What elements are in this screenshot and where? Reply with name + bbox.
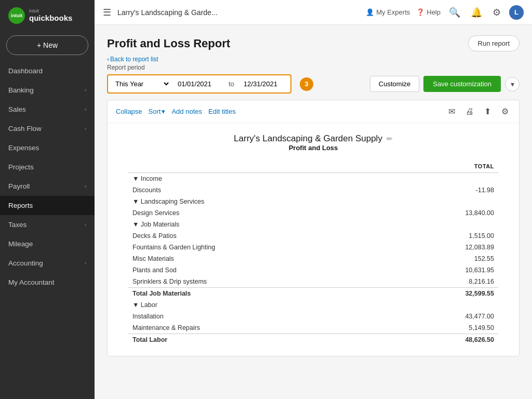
chevron-right-icon: › (85, 126, 86, 131)
sidebar-item-label: Banking (8, 86, 34, 94)
sidebar-item-label: Expenses (8, 144, 39, 152)
row-value (391, 299, 498, 311)
new-button[interactable]: + New (6, 35, 88, 55)
sidebar-item-dashboard[interactable]: Dashboard (0, 61, 95, 81)
sidebar-item-mileage[interactable]: Mileage (0, 234, 95, 254)
row-value: 13,840.00 (391, 207, 498, 219)
period-select[interactable]: This Year (108, 75, 170, 92)
expand-button[interactable]: ▾ (505, 77, 520, 91)
company-name: Larry's Landscaping & Garde... (117, 8, 360, 17)
start-date-input[interactable] (172, 76, 224, 92)
quickbooks-text: quickbooks (29, 14, 72, 22)
intuit-text: intuit (29, 9, 72, 14)
sidebar-item-projects[interactable]: Projects (0, 157, 95, 177)
report-period-label: Report period (107, 64, 520, 71)
print-icon[interactable]: 🖨 (463, 106, 476, 117)
row-value (391, 196, 498, 207)
sidebar-item-cashflow[interactable]: Cash Flow › (0, 119, 95, 138)
chevron-down-icon: ▾ (511, 80, 514, 88)
sidebar-item-banking[interactable]: Banking › (0, 81, 95, 100)
row-value: -11.98 (391, 184, 498, 196)
back-to-report-list-link[interactable]: ‹ Back to report list (107, 56, 520, 63)
settings-icon[interactable]: ⚙ (490, 5, 503, 20)
end-date-input[interactable] (238, 76, 290, 92)
customize-button[interactable]: Customize (370, 76, 419, 92)
report-area: Collapse Sort ▾ Add notes Edit titles ✉ … (107, 100, 520, 356)
sidebar-item-reports[interactable]: Reports (0, 196, 95, 215)
chevron-right-icon: › (85, 260, 86, 266)
sidebar-item-accounting[interactable]: Accounting › (0, 254, 95, 273)
col-label-header (128, 160, 391, 173)
row-label[interactable]: ▼ Income (128, 173, 391, 185)
sidebar-item-expenses[interactable]: Expenses (0, 138, 95, 157)
sidebar-item-label: Sales (8, 105, 26, 113)
sidebar-item-payroll[interactable]: Payroll › (0, 177, 95, 196)
col-total-header: TOTAL (391, 160, 498, 173)
sidebar-item-label: My Accountant (8, 278, 55, 286)
sidebar-item-sales[interactable]: Sales › (0, 100, 95, 119)
report-toolbar: Collapse Sort ▾ Add notes Edit titles ✉ … (108, 100, 519, 123)
row-label: Sprinklers & Drip systems (128, 276, 391, 288)
edit-company-name-icon[interactable]: ✏ (387, 135, 393, 143)
sort-button[interactable]: Sort ▾ (149, 108, 166, 115)
row-value: 10,631.95 (391, 264, 498, 276)
table-row: Misc Materials152.55 (128, 253, 498, 264)
table-row: ▼ Income (128, 173, 498, 185)
sidebar: intuit intuit quickbooks + New Dashboard… (0, 0, 95, 399)
row-label: Fountains & Garden Lighting (128, 242, 391, 253)
report-content: Larry's Landscaping & Garden Supply ✏ Pr… (108, 123, 519, 356)
row-label: Total Job Materials (128, 288, 391, 300)
table-row: Total Labor48,626.50 (128, 334, 498, 346)
export-icon[interactable]: ⬆ (482, 105, 493, 117)
avatar[interactable]: L (509, 5, 524, 20)
row-value: 12,083.89 (391, 242, 498, 253)
sidebar-item-taxes[interactable]: Taxes › (0, 215, 95, 234)
search-icon[interactable]: 🔍 (447, 5, 462, 20)
row-label[interactable]: ▼ Landscaping Services (128, 196, 391, 207)
page-header: Profit and Loss Report Run report (107, 35, 520, 51)
page-content: Profit and Loss Report Run report ‹ Back… (95, 25, 532, 399)
table-row: Fountains & Garden Lighting12,083.89 (128, 242, 498, 253)
notifications-icon[interactable]: 🔔 (469, 5, 484, 20)
row-label[interactable]: ▼ Labor (128, 299, 391, 311)
row-value (391, 173, 498, 185)
row-label: Misc Materials (128, 253, 391, 264)
table-row: Total Job Materials32,599.55 (128, 288, 498, 300)
quickbooks-logo-badge: intuit (8, 7, 25, 24)
table-row: Installation43,477.00 (128, 311, 498, 322)
add-notes-button[interactable]: Add notes (171, 108, 202, 115)
date-period-filter: This Year to (107, 74, 291, 94)
collapse-button[interactable]: Collapse (116, 108, 142, 115)
sort-arrow-icon: ▾ (162, 108, 165, 115)
help-button[interactable]: ❓ Help (416, 8, 441, 16)
sidebar-item-my-accountant[interactable]: My Accountant (0, 273, 95, 292)
sidebar-logo: intuit intuit quickbooks (0, 0, 95, 31)
row-value: 32,599.55 (391, 288, 498, 300)
help-icon: ❓ (416, 8, 424, 16)
row-label: Decks & Patios (128, 230, 391, 242)
step-badge: 3 (300, 77, 313, 91)
save-customization-button[interactable]: Save customization (423, 76, 501, 92)
table-header-row: TOTAL (128, 160, 498, 173)
edit-titles-button[interactable]: Edit titles (208, 108, 236, 115)
sidebar-item-label: Accounting (8, 259, 43, 267)
menu-icon[interactable]: ☰ (103, 7, 111, 18)
row-label[interactable]: ▼ Job Materials (128, 219, 391, 230)
top-navigation: ☰ Larry's Landscaping & Garde... 👤 My Ex… (95, 0, 532, 25)
chevron-right-icon: › (85, 222, 86, 228)
row-label: Installation (128, 311, 391, 322)
email-icon[interactable]: ✉ (446, 105, 457, 117)
run-report-button[interactable]: Run report (468, 35, 520, 51)
table-row: ▼ Labor (128, 299, 498, 311)
table-row: Plants and Sod10,631.95 (128, 264, 498, 276)
page-title: Profit and Loss Report (107, 37, 230, 50)
table-row: ▼ Landscaping Services (128, 196, 498, 207)
sidebar-item-label: Reports (8, 202, 33, 209)
table-row: Decks & Patios1,515.00 (128, 230, 498, 242)
table-row: Sprinklers & Drip systems8,216.16 (128, 276, 498, 288)
report-table: TOTAL ▼ IncomeDiscounts-11.98▼ Landscapi… (128, 160, 498, 345)
sidebar-item-label: Taxes (8, 221, 26, 229)
table-row: ▼ Job Materials (128, 219, 498, 230)
settings-report-icon[interactable]: ⚙ (499, 105, 511, 117)
my-experts-button[interactable]: 👤 My Experts (366, 8, 410, 16)
